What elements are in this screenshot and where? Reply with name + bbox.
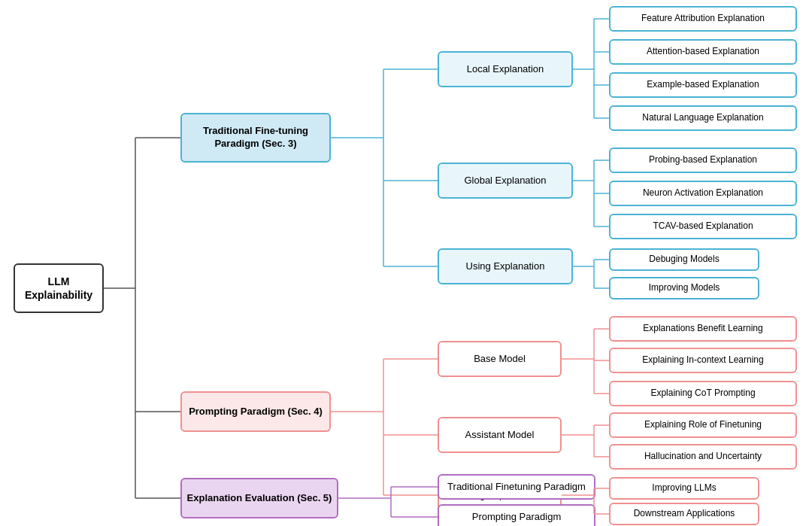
debugging-node: Debuging Models — [609, 248, 759, 271]
tcav-node: TCAV-based Explanation — [609, 214, 797, 239]
exp-benefit-node: Explanations Benefit Learning — [609, 316, 797, 342]
explaining-cot-node: Explaining CoT Prompting — [609, 381, 797, 406]
probing-node: Probing-based Explanation — [609, 147, 797, 173]
neuron-node: Neuron Activation Explanation — [609, 181, 797, 206]
evaluation-node: Explanation Evaluation (Sec. 5) — [180, 478, 338, 518]
traditional-node: Traditional Fine-tuning Paradigm (Sec. 3… — [180, 113, 331, 163]
example-node: Example-based Explanation — [609, 72, 797, 98]
local-explanation-node: Local Explanation — [438, 51, 573, 87]
diagram: Feature Attribution Explanation Attentio… — [0, 0, 812, 526]
attention-node: Attention-based Explanation — [609, 39, 797, 65]
hallucination-node: Hallucination and Uncertainty — [609, 444, 797, 470]
global-explanation-node: Global Explanation — [438, 163, 573, 199]
base-model-node: Base Model — [438, 341, 562, 377]
feature-attr-node: Feature Attribution Explanation — [609, 6, 797, 32]
explaining-icl-node: Explaining In-context Learning — [609, 348, 797, 373]
assistant-model-node: Assistant Model — [438, 417, 562, 453]
downstream-node: Downstream Applications — [609, 503, 759, 525]
prompting-eval-node: Prompting Paradigm — [438, 504, 595, 526]
improving-trad-node: Improving Models — [609, 277, 759, 299]
prompting-node: Prompting Paradigm (Sec. 4) — [180, 391, 331, 432]
trad-finetuning-eval-node: Traditional Finetuning Paradigm — [438, 474, 595, 500]
explaining-role-node: Explaining Role of Finetuning — [609, 412, 797, 438]
natural-lang-node: Natural Language Explanation — [609, 105, 797, 131]
improving-llm-node: Improving LLMs — [609, 477, 759, 500]
root-node: LLM Explainability — [14, 263, 104, 313]
using-explanation-trad-node: Using Explanation — [438, 248, 573, 284]
